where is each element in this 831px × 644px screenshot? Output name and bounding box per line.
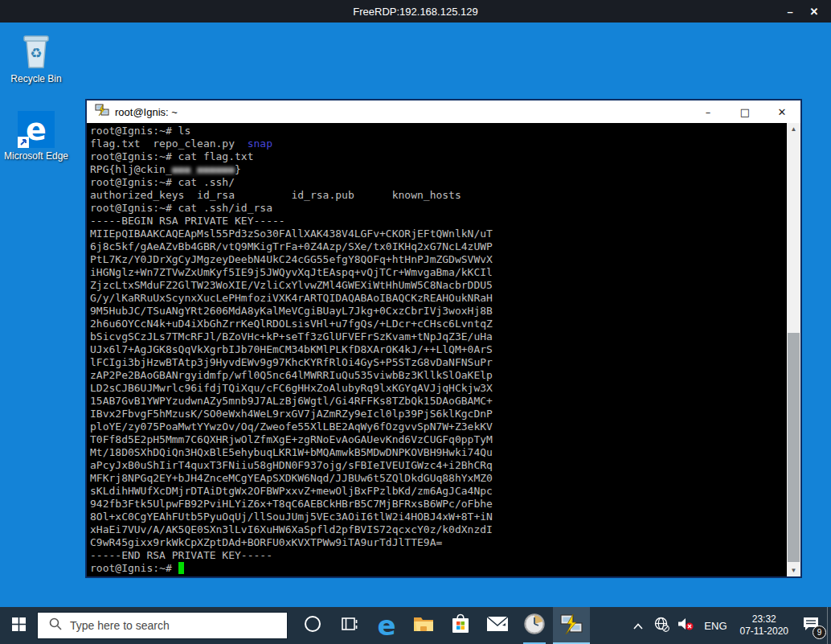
- clock-icon: [523, 613, 546, 638]
- terminal-line: MIIEpQIBAAKCAQEApMsl55Pd3zSo30FAllXAK438…: [90, 228, 786, 240]
- tray-date: 07-11-2020: [740, 626, 789, 638]
- terminal-line: Mt/18D0SXhDQiQn3HQxBlE5ehybuqLKR1W+bMQAm…: [90, 446, 786, 459]
- terminal-line: ploYE/zy075PoaMwtYYwzOv/Oq/Zweofe55XlLBE…: [90, 420, 786, 433]
- action-center-button[interactable]: 9: [795, 607, 827, 644]
- clock-date-display[interactable]: 23:32 07-11-2020: [734, 607, 796, 644]
- file-explorer-icon: [412, 614, 435, 637]
- desktop: ♻ Recycle Bin e Microsoft Edge: [0, 23, 831, 607]
- search-input[interactable]: [70, 619, 287, 632]
- terminal-line: 9M5HubJC/TSuANgYRt2606MdA8yKalMeVCgiBUay…: [90, 305, 786, 318]
- terminal-line: 6j8c5kf/gAeAZvBb4GBR/vtQ9MKigTrFa+0Z4Azp…: [90, 240, 786, 253]
- terminal-line: ZjzcLtxSMduFZ2GlTW23WoXIE/VzliCxYlvwZMl4…: [90, 279, 786, 292]
- alarms-clock-button[interactable]: [516, 607, 553, 644]
- putty-window-title: root@Ignis: ~: [115, 106, 690, 118]
- terminal-line: root@Ignis:~# ls: [90, 125, 786, 137]
- terminal-line: IBvx2FbvgF5hMzusK/SO0eWxh4WeL9rxGV7jAZmR…: [90, 408, 786, 420]
- scrollbar-up-icon[interactable]: ▲: [787, 123, 800, 135]
- shortcut-arrow-icon: [18, 137, 29, 148]
- speaker-muted-icon: [677, 617, 694, 634]
- terminal-line: 15AB7GvB1YWPYzudwnAZy5mnb9J7ALzBj6Wgtl/G…: [90, 395, 786, 408]
- terminal-line: lFCIgi3bjHzwBTAtp3j9HyvdEWv9g97KhcKYRfRl…: [90, 356, 786, 369]
- cortana-button[interactable]: [294, 607, 331, 644]
- terminal-line: 942fb3Ftk5UlpwFB92PviHLYiZ6x+T8qC6AEBCkH…: [90, 498, 786, 511]
- putty-icon: [559, 613, 583, 638]
- terminal-line: bSicvgSCzJLs7TMcRFJl/BZoVHc+kP+seTf3zGlU…: [90, 330, 786, 343]
- terminal-line: root@Ignis:~# cat .ssh/: [90, 176, 786, 189]
- terminal-line: aPcyJxB0uShIirT4quxT3FNiiu58gHDN0F937ojg…: [90, 459, 786, 472]
- freerdp-titlebar: FreeRDP:192.168.125.129 – ✕: [0, 0, 831, 23]
- search-icon: [38, 617, 70, 634]
- putty-maximize-button[interactable]: □: [727, 106, 763, 118]
- scrollbar-thumb[interactable]: [788, 333, 800, 562]
- language-indicator[interactable]: ENG: [698, 607, 733, 644]
- terminal-line: PtL7Kz/Y0JDrXgCyJMgzeyDeebN4UkC24cGG55ef…: [90, 253, 786, 266]
- terminal-line: xHaEi7VUv/A/AK5QE0SXn3lLvI6XuHW6XaSpfld2…: [90, 523, 786, 536]
- desktop-icon-label: Recycle Bin: [2, 73, 71, 84]
- terminal-line: -----BEGIN RSA PRIVATE KEY-----: [90, 215, 786, 228]
- notification-badge: 9: [813, 626, 826, 639]
- recycle-bin-icon: ♻: [2, 31, 71, 71]
- svg-text:♻: ♻: [30, 45, 42, 61]
- terminal-line: authorized_keys id_rsa id_rsa.pub known_…: [90, 189, 786, 202]
- terminal-line: iHGNglz+Wn7ZTVwZxUmKyf5IE9j5JWQyvXqJtEAs…: [90, 266, 786, 279]
- mail-icon: [486, 616, 509, 635]
- terminal-line: MFKrj8NPGq2EY+bJH4ZnceMCgYEApSXDKW6Nqd/J…: [90, 472, 786, 485]
- desktop-icon-label: Microsoft Edge: [2, 150, 71, 162]
- putty-titlebar[interactable]: root@Ignis: ~ – □ ✕: [87, 100, 800, 123]
- microsoft-store-button[interactable]: [442, 607, 479, 644]
- desktop-icon-recycle-bin[interactable]: ♻ Recycle Bin: [2, 31, 71, 84]
- terminal-line: -----END RSA PRIVATE KEY-----: [90, 549, 786, 562]
- cortana-icon: [304, 615, 321, 636]
- scrollbar-down-icon[interactable]: ▼: [787, 564, 800, 576]
- terminal-line: zAP2Pe2BAoGBANrgyidmfp/wfl0Q5nc64lMWRRIu…: [90, 369, 786, 382]
- terminal-line: C9wR45gixx9rkWkCpXZptDAd+BORFU0xKVXTPWw9…: [90, 536, 786, 549]
- chevron-up-icon: [633, 618, 643, 633]
- task-view-button[interactable]: [331, 607, 368, 644]
- edge-icon: e: [18, 111, 55, 148]
- network-status-button[interactable]: [649, 607, 673, 644]
- show-desktop-button[interactable]: [827, 607, 831, 644]
- terminal-line: LD2sCJB6UJMwrlc96ifdjTQiXqu/cFC6gHHxZoAl…: [90, 382, 786, 395]
- taskbar-search[interactable]: [37, 612, 288, 639]
- freerdp-close-button[interactable]: ✕: [802, 6, 826, 18]
- terminal-line: root@Ignis:~# cat flag.txt: [90, 150, 786, 163]
- mail-button[interactable]: [479, 607, 516, 644]
- file-explorer-button[interactable]: [405, 607, 442, 644]
- terminal-line: RPG{hlj@ckin_■■■_■■■■■■}: [90, 163, 786, 176]
- putty-window-icon: [95, 104, 109, 120]
- putty-close-button[interactable]: ✕: [763, 106, 800, 118]
- putty-minimize-button[interactable]: –: [690, 106, 727, 118]
- microsoft-store-icon: [451, 613, 470, 638]
- edge-icon: e: [377, 612, 395, 639]
- putty-taskbar-button[interactable]: [553, 607, 590, 644]
- terminal-line: root@Ignis:~# cat .ssh/id_rsa: [90, 202, 786, 215]
- freerdp-minimize-button[interactable]: –: [778, 6, 802, 18]
- terminal-line: G/y/lKaRRuUxScynxXucLePHmfoziVXK4rARTQID…: [90, 292, 786, 305]
- globe-offline-icon: [654, 617, 669, 635]
- desktop-icon-microsoft-edge[interactable]: e Microsoft Edge: [2, 111, 71, 162]
- tray-chevron-button[interactable]: [627, 607, 649, 644]
- terminal-line: 8Ol+xC0CgYEAhFUtb5PyuOqUj/llSouJUmj5VEc3…: [90, 511, 786, 523]
- terminal-output[interactable]: root@Ignis:~# lsflag.txt repo_clean.py s…: [90, 125, 786, 576]
- terminal-line: root@Ignis:~#: [90, 562, 786, 575]
- windows-logo-icon: [12, 617, 26, 634]
- start-button[interactable]: [0, 607, 37, 644]
- task-view-icon: [340, 615, 359, 636]
- tray-time: 23:32: [740, 613, 789, 626]
- freerdp-title: FreeRDP:192.168.125.129: [353, 6, 477, 18]
- terminal-scrollbar[interactable]: ▲ ▼: [787, 123, 800, 576]
- terminal-line: flag.txt repo_clean.py snap: [90, 137, 786, 150]
- terminal-line: sKLdihHWUfXcDMjrDTAiDtgWx2OFBWPxxvZ+mewO…: [90, 485, 786, 498]
- terminal-line: T0Ff8d5E2pH5Mmm7C6QXHRjwOlZfmXgE+zgRNoEv…: [90, 433, 786, 446]
- volume-button[interactable]: [673, 607, 698, 644]
- putty-window: root@Ignis: ~ – □ ✕ root@Ignis:~# lsflag…: [86, 100, 801, 577]
- edge-taskbar-button[interactable]: e: [368, 607, 405, 644]
- terminal-line: 2h6u6OYCcN4k+uD4iXbGhZrrKeQlRDOLsisVHl+u…: [90, 318, 786, 330]
- taskbar: e: [0, 607, 831, 644]
- terminal-line: UJx6l7+AgJGK8sQqVkXgrbIJb70HEmCM34bKMlPL…: [90, 343, 786, 356]
